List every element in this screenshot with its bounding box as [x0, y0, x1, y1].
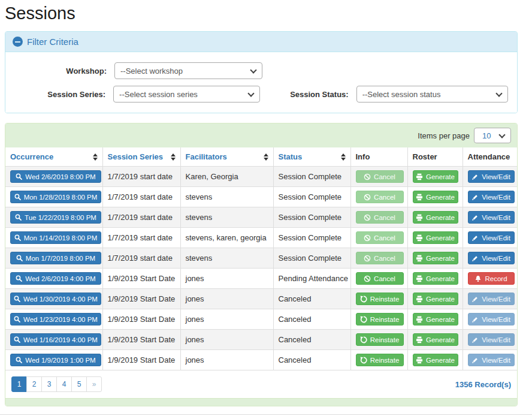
pencil-icon — [471, 255, 479, 262]
generate-button[interactable]: Generate — [413, 211, 458, 224]
facilitators-cell: jones — [180, 289, 273, 309]
generate-button[interactable]: Generate — [413, 354, 458, 366]
reinstate-button[interactable]: Reinstate — [356, 354, 404, 366]
occurrence-button-label: Wed 2/6/2019 4:00 PM — [25, 275, 95, 282]
search-icon — [16, 255, 23, 261]
items-per-page-select[interactable]: 10 — [474, 128, 511, 143]
session-status-select[interactable]: --Select session status — [356, 86, 508, 103]
record-count: 1356 Record(s) — [455, 380, 511, 389]
view-edit-button[interactable]: View/Edit — [468, 354, 515, 366]
sort-icon[interactable] — [93, 153, 98, 161]
pencil-icon — [471, 194, 479, 201]
page-button-3[interactable]: 3 — [41, 376, 57, 392]
cancel-button[interactable]: Cancel — [356, 211, 404, 224]
view-edit-button[interactable]: View/Edit — [468, 170, 515, 183]
cancel-button[interactable]: Cancel — [356, 170, 404, 183]
filter-panel-heading[interactable]: Filter Criteria — [5, 32, 517, 52]
generate-button[interactable]: Generate — [413, 272, 458, 285]
status-cell: Session Complete — [273, 207, 350, 228]
pencil-icon — [471, 357, 479, 364]
generate-button[interactable]: Generate — [413, 313, 458, 325]
occurrence-button[interactable]: Mon 1/28/2019 8:00 PM — [10, 191, 101, 203]
generate-button[interactable]: Generate — [413, 191, 458, 203]
generate-button[interactable]: Generate — [413, 293, 458, 305]
session-series-cell: 1/7/2019 start date — [102, 187, 180, 207]
column-header-status[interactable]: Status — [273, 147, 350, 167]
view-edit-button[interactable]: View/Edit — [468, 293, 515, 305]
facilitators-cell: jones — [180, 350, 273, 370]
view-edit-button[interactable]: View/Edit — [468, 313, 515, 325]
printer-icon — [416, 234, 423, 242]
generate-button[interactable]: Generate — [413, 170, 458, 183]
cancel-button[interactable]: Cancel — [356, 272, 404, 285]
printer-icon — [416, 275, 423, 282]
cancel-button[interactable]: Cancel — [356, 191, 404, 203]
search-icon — [14, 234, 21, 241]
session-series-cell: 1/7/2019 start date — [102, 207, 180, 228]
view-edit-button[interactable]: View/Edit — [468, 333, 515, 346]
generate-button[interactable]: Generate — [413, 252, 458, 264]
record-button[interactable]: Record — [468, 272, 515, 285]
column-header-facilitators[interactable]: Facilitators — [180, 147, 273, 167]
occurrence-button[interactable]: Wed 1/23/2019 4:00 PM — [10, 313, 101, 325]
view-edit-button[interactable]: View/Edit — [468, 211, 515, 224]
column-header-occurrence[interactable]: Occurrence — [5, 147, 102, 167]
ban-icon — [364, 234, 371, 242]
view-edit-button[interactable]: View/Edit — [468, 231, 515, 244]
page-button-2[interactable]: 2 — [26, 376, 42, 392]
sort-icon[interactable] — [171, 153, 176, 161]
view-edit-button[interactable]: View/Edit — [468, 252, 515, 264]
next-pages-button[interactable]: » — [86, 376, 102, 392]
filter-panel-title: Filter Criteria — [27, 37, 78, 47]
occurrence-button[interactable]: Wed 1/30/2019 4:00 PM — [10, 293, 101, 305]
search-icon — [16, 357, 22, 363]
printer-icon — [416, 173, 423, 180]
search-icon — [16, 173, 22, 180]
ban-icon — [364, 255, 371, 262]
session-series-cell: 1/7/2019 start date — [102, 248, 180, 269]
view-edit-button[interactable]: View/Edit — [468, 191, 515, 203]
occurrence-button-label: Wed 2/6/2019 8:00 PM — [25, 173, 95, 180]
occurrence-button-label: Mon 1/7/2019 8:00 PM — [26, 255, 95, 262]
occurrence-button-label: Mon 1/28/2019 8:00 PM — [24, 194, 98, 201]
session-status-label: Session Status: — [260, 90, 356, 99]
chevron-down-icon — [498, 131, 505, 138]
cancel-button[interactable]: Cancel — [356, 231, 404, 244]
occurrence-button[interactable]: Wed 1/16/2019 4:00 PM — [10, 333, 101, 346]
reinstate-button[interactable]: Reinstate — [356, 313, 404, 325]
cancel-button[interactable]: Cancel — [356, 252, 404, 264]
occurrence-button-label: Wed 1/16/2019 4:00 PM — [23, 336, 98, 343]
session-series-cell: 1/7/2019 start date — [102, 167, 180, 187]
occurrence-button[interactable]: Mon 1/7/2019 8:00 PM — [10, 252, 101, 264]
status-cell: Canceled — [273, 330, 350, 350]
occurrence-button[interactable]: Tue 1/22/2019 8:00 PM — [10, 211, 101, 224]
collapse-minus-icon[interactable] — [13, 37, 23, 47]
status-cell: Canceled — [273, 309, 350, 330]
occurrence-button[interactable]: Wed 2/6/2019 8:00 PM — [10, 170, 101, 183]
search-icon — [14, 194, 21, 200]
session-series-select[interactable]: --Select session series — [113, 86, 259, 103]
page-button-4[interactable]: 4 — [56, 376, 72, 392]
occurrence-button[interactable]: Wed 1/9/2019 1:00 PM — [10, 354, 101, 366]
chevron-down-icon — [247, 90, 254, 97]
page-button-1[interactable]: 1 — [11, 376, 27, 392]
workshop-select[interactable]: --Select workshop — [114, 62, 262, 79]
generate-button[interactable]: Generate — [413, 333, 458, 346]
printer-icon — [416, 296, 423, 303]
sort-icon[interactable] — [264, 153, 268, 161]
generate-button[interactable]: Generate — [413, 231, 458, 244]
table-row: Wed 1/16/2019 4:00 PM 1/9/2019 Start Dat… — [5, 330, 517, 350]
printer-icon — [416, 214, 423, 221]
reinstate-button[interactable]: Reinstate — [356, 333, 404, 346]
chevron-down-icon — [495, 90, 502, 97]
sort-icon[interactable] — [341, 153, 346, 161]
search-icon — [14, 316, 20, 322]
page-button-5[interactable]: 5 — [71, 376, 87, 392]
reinstate-button[interactable]: Reinstate — [356, 293, 404, 305]
occurrence-button[interactable]: Wed 2/6/2019 4:00 PM — [10, 272, 101, 285]
table-header-row: Occurrence Session Series Facilitators S… — [5, 147, 517, 167]
status-cell: Session Complete — [273, 187, 350, 207]
occurrence-button[interactable]: Mon 1/14/2019 8:00 PM — [10, 231, 101, 244]
printer-icon — [416, 357, 423, 364]
column-header-session-series[interactable]: Session Series — [102, 147, 180, 167]
